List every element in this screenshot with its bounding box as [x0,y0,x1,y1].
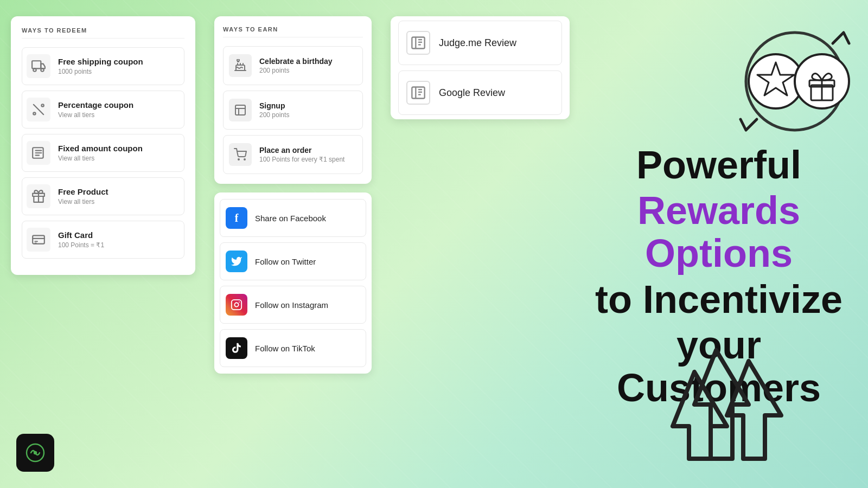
reviews-card: Judge.me Review Google Review [391,16,570,119]
cart-icon [229,143,252,166]
headline-line1: Powerful [591,144,846,187]
list-item[interactable]: Signup 200 points [223,91,363,130]
text-panel: Powerful Rewards Options to Incentivize … [580,16,857,472]
list-item[interactable]: Free shipping coupon 1000 points [22,47,184,85]
instagram-icon [226,294,247,316]
svg-point-3 [41,104,43,106]
list-item[interactable]: Follow on TikTok [220,329,366,367]
birthday-icon [229,54,252,77]
giftcard-icon [27,228,50,252]
percentage-icon [27,98,50,121]
redeem-item-text: Gift Card 100 Points = ₹1 [58,230,104,249]
tiktok-icon [226,337,247,359]
redeem-item-text: Free Product View all tiers [58,187,108,206]
headline-line2: Rewards Options [591,189,846,275]
truck-icon [27,54,50,78]
bottom-arrows-decoration [662,329,814,466]
redeem-card: WAYS TO REDEEM Free shipping coupon 1000… [11,16,195,275]
svg-point-21 [238,159,239,160]
right-section: Judge.me Review Google Review [380,0,868,488]
facebook-icon: f [226,207,247,229]
redeem-panel: WAYS TO REDEEM Free shipping coupon 1000… [0,0,206,488]
list-item[interactable]: Celebrate a birthday 200 points [223,46,363,85]
earn-panel: WAYS TO EARN Celebrate a birthday 200 po… [206,0,380,488]
list-item[interactable]: Place an order 100 Points for every ₹1 s… [223,135,363,174]
svg-point-1 [33,68,36,71]
earn-item-text: Place an order 100 Points for every ₹1 s… [259,146,344,163]
redeem-item-text: Free shipping coupon 1000 points [58,57,143,75]
google-review-icon [406,81,430,105]
redeem-section-title: WAYS TO REDEEM [22,27,184,38]
redeem-item-text: Fixed amount coupon View all tiers [58,144,143,162]
earn-section-title: WAYS TO EARN [223,26,363,37]
tag-icon [27,141,50,165]
earn-activities-card: WAYS TO EARN Celebrate a birthday 200 po… [214,16,372,184]
redeem-item-text: Percentage coupon View all tiers [58,100,133,119]
reviews-and-text: Judge.me Review Google Review [391,16,857,472]
list-item[interactable]: Percentage coupon View all tiers [22,91,184,129]
signup-icon [229,99,252,121]
gift-icon [27,184,50,208]
svg-point-2 [41,68,43,71]
svg-rect-23 [232,300,241,310]
twitter-icon [226,251,247,272]
list-item[interactable]: Follow on Twitter [220,242,366,280]
earn-item-text: Signup 200 points [259,101,289,119]
top-decoration [727,27,846,136]
list-item[interactable]: Judge.me Review [398,21,562,65]
list-item[interactable]: f Share on Facebook [220,199,366,237]
judgeme-icon [406,31,430,55]
list-item[interactable]: Gift Card 100 Points = ₹1 [22,221,184,259]
svg-rect-12 [33,235,44,243]
list-item[interactable]: Free Product View all tiers [22,177,184,215]
reviews-panel: Judge.me Review Google Review [391,16,570,472]
svg-rect-0 [32,61,41,68]
list-item[interactable]: Follow on Instagram [220,286,366,324]
social-card: f Share on Facebook Follow on Twitter [214,192,372,374]
svg-point-4 [33,112,35,114]
list-item[interactable]: Fixed amount coupon View all tiers [22,134,184,172]
list-item[interactable]: Google Review [398,70,562,115]
earn-item-text: Celebrate a birthday 200 points [259,57,333,74]
headline-line3: to Incentivize [591,278,846,321]
svg-point-22 [244,159,245,160]
svg-rect-20 [235,105,245,115]
